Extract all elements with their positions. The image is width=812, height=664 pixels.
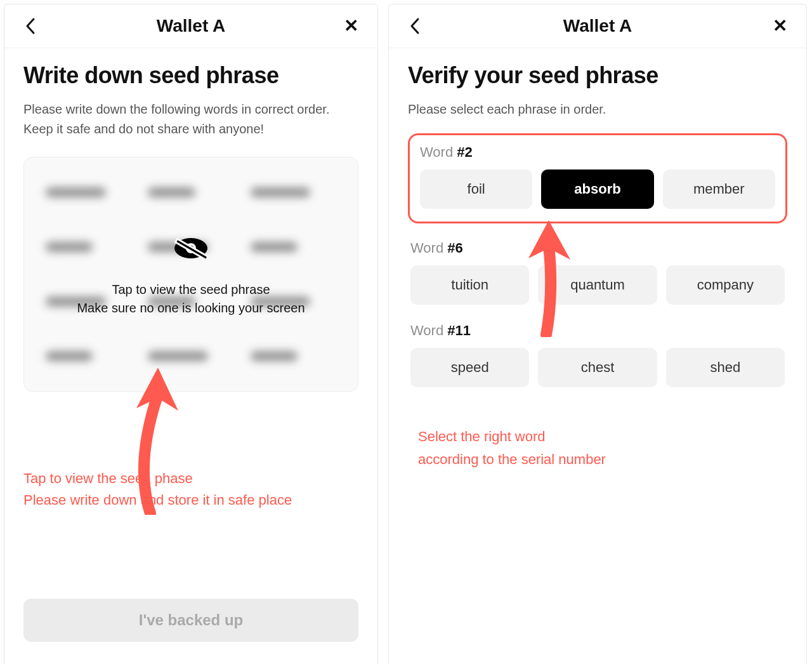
annotation-right-line1: Select the right word	[418, 425, 787, 448]
choice-foil[interactable]: foil	[420, 169, 532, 209]
seed-overlay: Tap to view the seed phrase Make sure no…	[77, 233, 304, 315]
page-heading: Write down seed phrase	[23, 62, 358, 88]
word-label: Word #11	[410, 322, 785, 339]
word-label-prefix: Word	[410, 322, 447, 338]
annotation-right-line2: according to the serial number	[418, 448, 787, 470]
page-heading: Verify your seed phrase	[408, 62, 787, 88]
chevron-left-icon	[409, 17, 421, 35]
chevron-left-icon	[25, 17, 36, 35]
word-label-number: #6	[447, 240, 462, 256]
annotation-left-line2: Please write down and store it in safe p…	[23, 489, 358, 511]
choice-chest[interactable]: chest	[538, 348, 657, 387]
tap-to-view-line1: Tap to view the seed phrase	[77, 282, 304, 297]
word-label-prefix: Word	[410, 240, 447, 256]
page-subtitle: Please select each phrase in order.	[408, 100, 787, 119]
eye-off-icon	[171, 233, 211, 263]
right-panel: Wallet A ✕ Verify your seed phrase Pleas…	[388, 4, 807, 664]
close-button[interactable]: ✕	[771, 17, 790, 36]
back-button[interactable]	[405, 17, 424, 36]
word-label: Word #6	[410, 240, 785, 256]
page-subtitle: Please write down the following words in…	[23, 100, 358, 139]
left-content: Write down seed phrase Please write down…	[4, 48, 377, 664]
choice-member[interactable]: member	[663, 169, 775, 209]
header: Wallet A ✕	[4, 4, 377, 48]
back-button[interactable]	[21, 17, 40, 36]
choice-absorb[interactable]: absorb	[541, 169, 653, 209]
close-icon: ✕	[344, 17, 358, 35]
word-group-2: Word #2foilabsorbmember	[408, 133, 787, 223]
word-label-number: #2	[457, 144, 472, 160]
close-icon: ✕	[773, 17, 787, 35]
word-group-6: Word #6tuitionquantumcompany	[408, 240, 787, 305]
word-label-number: #11	[447, 322, 471, 338]
header: Wallet A ✕	[389, 4, 806, 48]
choice-row: foilabsorbmember	[420, 169, 775, 209]
header-title: Wallet A	[563, 16, 632, 36]
verify-groups: Word #2foilabsorbmemberWord #6tuitionqua…	[408, 133, 787, 387]
close-button[interactable]: ✕	[342, 17, 361, 36]
word-label: Word #2	[420, 144, 775, 161]
left-panel: Wallet A ✕ Write down seed phrase Please…	[4, 4, 378, 664]
backed-up-button[interactable]: I've backed up	[23, 599, 358, 642]
tap-to-view-line2: Make sure no one is looking your screen	[77, 301, 304, 315]
choice-row: tuitionquantumcompany	[410, 265, 785, 305]
choice-shed[interactable]: shed	[666, 348, 785, 387]
word-group-11: Word #11speedchestshed	[408, 322, 787, 387]
choice-row: speedchestshed	[410, 348, 785, 387]
annotation-left-line1: Tap to view the seed phase	[23, 468, 358, 489]
choice-company[interactable]: company	[666, 265, 785, 305]
seed-phrase-hidden-box[interactable]: Tap to view the seed phrase Make sure no…	[23, 157, 358, 392]
word-label-prefix: Word	[420, 144, 457, 160]
choice-speed[interactable]: speed	[410, 348, 529, 387]
right-content: Verify your seed phrase Please select ea…	[389, 48, 806, 664]
choice-tuition[interactable]: tuition	[410, 265, 529, 305]
annotation-right: Select the right word according to the s…	[418, 425, 787, 470]
choice-quantum[interactable]: quantum	[538, 265, 657, 305]
annotation-left: Tap to view the seed phase Please write …	[23, 468, 358, 511]
header-title: Wallet A	[157, 16, 225, 36]
